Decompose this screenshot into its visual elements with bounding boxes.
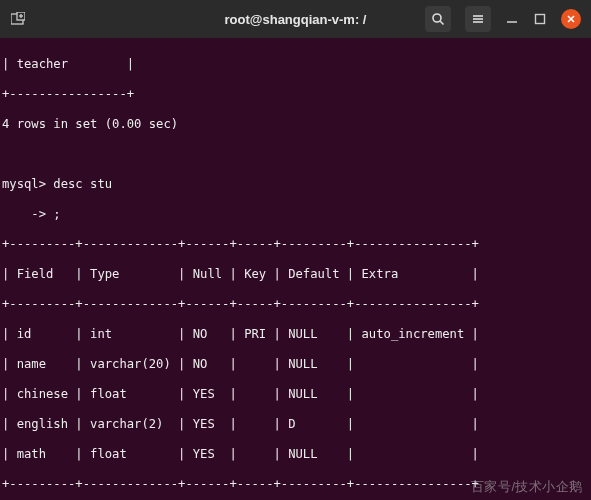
terminal-body[interactable]: | teacher | +----------------+ 4 rows in… [0, 38, 591, 500]
maximize-button[interactable] [533, 12, 547, 26]
blank-line [2, 147, 585, 162]
titlebar-left [0, 11, 26, 27]
table-row: | id | int | NO | PRI | NULL | auto_incr… [2, 327, 585, 342]
output-line: | teacher | [2, 57, 585, 72]
output-line: +----------------+ [2, 87, 585, 102]
minimize-button[interactable] [505, 12, 519, 26]
close-button[interactable] [561, 9, 581, 29]
prompt-line: -> ; [2, 207, 585, 222]
titlebar: root@shangqian-v-m: / [0, 0, 591, 38]
table-row: | english | varchar(2) | YES | | D | | [2, 417, 585, 432]
table-row: | math | float | YES | | NULL | | [2, 447, 585, 462]
svg-rect-10 [536, 15, 545, 24]
svg-point-4 [433, 14, 441, 22]
table-header: | Field | Type | Null | Key | Default | … [2, 267, 585, 282]
svg-line-5 [440, 21, 444, 25]
titlebar-right [425, 6, 591, 32]
output-line: 4 rows in set (0.00 sec) [2, 117, 585, 132]
table-border: +---------+-------------+------+-----+--… [2, 297, 585, 312]
search-button[interactable] [425, 6, 451, 32]
table-row: | name | varchar(20) | NO | | NULL | | [2, 357, 585, 372]
table-border: +---------+-------------+------+-----+--… [2, 477, 585, 492]
menu-button[interactable] [465, 6, 491, 32]
prompt-line: mysql> desc stu [2, 177, 585, 192]
terminal-window: root@shangqian-v-m: / | teacher | +-----… [0, 0, 591, 500]
table-border: +---------+-------------+------+-----+--… [2, 237, 585, 252]
new-tab-icon[interactable] [10, 11, 26, 27]
table-row: | chinese | float | YES | | NULL | | [2, 387, 585, 402]
